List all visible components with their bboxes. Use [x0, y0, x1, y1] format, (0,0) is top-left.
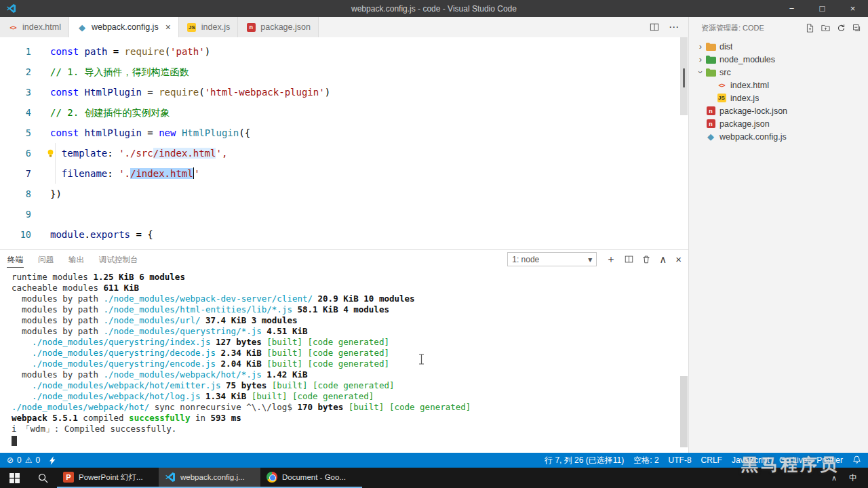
- taskbar-app-label: Document - Goo...: [282, 473, 346, 481]
- lightbulb-icon[interactable]: [47, 149, 54, 157]
- tree-item-package.json[interactable]: npackage.json: [689, 117, 868, 130]
- tree-item-label: src: [719, 68, 731, 77]
- start-button[interactable]: [0, 468, 28, 488]
- tab-index.html[interactable]: <>index.html: [0, 17, 69, 37]
- explorer-title: 资源管理器: CODE: [701, 23, 764, 33]
- panel-tab-debug-console[interactable]: 调试控制台: [98, 251, 139, 268]
- tree-item-src[interactable]: ›src: [689, 66, 868, 79]
- taskbar-app-powerpoint[interactable]: PPowerPoint 幻灯...: [57, 468, 159, 488]
- error-count: 0: [17, 455, 22, 465]
- tree-item-label: dist: [719, 42, 732, 52]
- kill-terminal-icon[interactable]: [642, 255, 650, 264]
- terminal-line: i 「wdm」: Compiled successfully.: [12, 424, 688, 434]
- tab-webpack.config.js[interactable]: ◆webpack.config.js×: [69, 17, 179, 37]
- tab-index.js[interactable]: JSindex.js: [179, 17, 238, 37]
- terminal-output[interactable]: runtime modules 1.25 KiB 6 modulescachea…: [0, 268, 688, 453]
- tree-item-label: index.js: [730, 94, 759, 103]
- collapse-all-icon[interactable]: [852, 24, 861, 33]
- new-terminal-icon[interactable]: ＋: [606, 253, 616, 266]
- maximize-panel-icon[interactable]: ∧: [659, 253, 667, 266]
- split-editor-icon[interactable]: [650, 22, 659, 32]
- close-tab-icon[interactable]: ×: [165, 22, 171, 32]
- maximize-button[interactable]: □: [807, 0, 837, 17]
- js-file-icon: JS: [717, 94, 726, 102]
- terminal-line: modules by path ./node_modules/webpack/h…: [12, 369, 688, 380]
- vscode-window: webpack.config.js - code - Visual Studio…: [0, 0, 868, 488]
- bell-icon[interactable]: [852, 455, 861, 466]
- code-line[interactable]: module.exports = {: [45, 224, 688, 245]
- code-line[interactable]: const htmlPlugin = new HtmlPlugin({: [45, 123, 688, 143]
- tab-bar-actions: ⋯: [650, 17, 688, 37]
- terminal-scrollbar[interactable]: [680, 376, 688, 447]
- editor-group: <>index.html◆webpack.config.js×JSindex.j…: [0, 17, 689, 453]
- status-bar: ⊘ 0 ⚠ 0 行 7, 列 26 (已选择11)空格: 2UTF-8CRLFJ…: [0, 453, 868, 468]
- terminal-line: modules by path ./node_modules/webpack-d…: [12, 293, 688, 304]
- terminal-select[interactable]: 1: node ▾: [507, 252, 597, 266]
- line-number: 9: [0, 204, 45, 224]
- status-prettier[interactable]: Prettier: [816, 455, 843, 465]
- taskbar-app-vscode[interactable]: webpack.config.j...: [159, 468, 260, 488]
- status-go-live[interactable]: Go Live: [779, 455, 807, 465]
- status-indentation[interactable]: 空格: 2: [633, 455, 658, 466]
- tab-label: index.html: [22, 22, 61, 32]
- folder-icon: [705, 54, 716, 65]
- search-button[interactable]: [28, 468, 57, 488]
- code-line[interactable]: const path = require('path'): [45, 41, 688, 62]
- show-hidden-icons-chevron[interactable]: ∧: [831, 474, 837, 483]
- taskbar-app-chrome[interactable]: Document - Goo...: [260, 468, 362, 488]
- code-line[interactable]: // 1. 导入插件，得到构造函数: [45, 62, 688, 82]
- terminal-line: modules by path ./node_modules/url/ 37.4…: [12, 315, 688, 326]
- minimize-button[interactable]: −: [776, 0, 807, 17]
- js-file-icon: JS: [187, 23, 196, 32]
- code-line[interactable]: const HtmlPlugin = require('html-webpack…: [45, 82, 688, 102]
- tab-label: package.json: [260, 22, 311, 32]
- line-number: 2: [0, 62, 45, 82]
- new-folder-icon[interactable]: [821, 24, 830, 33]
- close-panel-icon[interactable]: ×: [675, 253, 682, 265]
- terminal-line: modules by path ./node_modules/html-enti…: [12, 304, 688, 315]
- window-controls: − □ ×: [776, 0, 868, 17]
- code-line[interactable]: template: './src/index.html',: [45, 143, 688, 163]
- explorer-sidebar: 资源管理器: CODE ›dist›node_module: [689, 17, 868, 453]
- tree-item-dist[interactable]: ›dist: [689, 40, 868, 53]
- panel-actions: 1: node ▾ ＋ ∧ ×: [507, 252, 682, 266]
- folder-icon: [705, 41, 716, 52]
- more-actions-icon[interactable]: ⋯: [669, 21, 679, 33]
- close-button[interactable]: ×: [837, 0, 868, 17]
- tree-item-package-lock.json[interactable]: npackage-lock.json: [689, 104, 868, 117]
- new-file-icon[interactable]: [806, 24, 814, 33]
- html-file-icon: <>: [7, 22, 18, 33]
- tree-item-index.html[interactable]: <>index.html: [689, 79, 868, 92]
- status-eol[interactable]: CRLF: [701, 455, 722, 465]
- tree-item-node_modules[interactable]: ›node_modules: [689, 53, 868, 66]
- tree-item-webpack.config.js[interactable]: ◆webpack.config.js: [689, 130, 868, 143]
- tab-package.json[interactable]: npackage.json: [238, 17, 319, 37]
- mouse-text-cursor: [418, 354, 425, 367]
- bottom-panel: 终端问题输出调试控制台 1: node ▾ ＋ ∧: [0, 249, 688, 453]
- code-line[interactable]: [45, 204, 688, 224]
- status-cursor-position[interactable]: 行 7, 列 26 (已选择11): [545, 455, 624, 466]
- windows-taskbar: PPowerPoint 幻灯...webpack.config.j...Docu…: [0, 468, 868, 488]
- status-language-mode[interactable]: JavaScript: [732, 455, 770, 465]
- warning-count: 0: [36, 455, 41, 465]
- editor-content[interactable]: const path = require('path')// 1. 导入插件，得…: [45, 37, 688, 249]
- code-line[interactable]: }): [45, 184, 688, 204]
- panel-tab-problems[interactable]: 问题: [37, 251, 54, 268]
- ime-indicator[interactable]: 中: [849, 472, 857, 484]
- panel-tab-output[interactable]: 输出: [68, 251, 85, 268]
- tree-item-label: node_modules: [719, 55, 775, 64]
- problems-status[interactable]: ⊘ 0 ⚠ 0: [7, 455, 40, 465]
- feedback-zap[interactable]: [50, 456, 56, 465]
- refresh-icon[interactable]: [837, 24, 846, 33]
- panel-tab-terminal[interactable]: 终端: [7, 251, 24, 268]
- code-editor[interactable]: 1234567891011 const path = require('path…: [0, 37, 688, 249]
- split-terminal-icon[interactable]: [625, 255, 633, 264]
- code-line[interactable]: filename: './index.html': [45, 163, 688, 184]
- code-line[interactable]: // 2. 创建插件的实例对象: [45, 102, 688, 123]
- status-encoding[interactable]: UTF-8: [669, 455, 692, 465]
- editor-scrollbar[interactable]: [679, 37, 688, 249]
- tree-item-index.js[interactable]: JSindex.js: [689, 92, 868, 104]
- powerpoint-icon: P: [63, 472, 74, 483]
- code-line[interactable]: mode: 'development', // mode 代表 webpack …: [45, 245, 688, 249]
- line-number: 7: [0, 163, 45, 184]
